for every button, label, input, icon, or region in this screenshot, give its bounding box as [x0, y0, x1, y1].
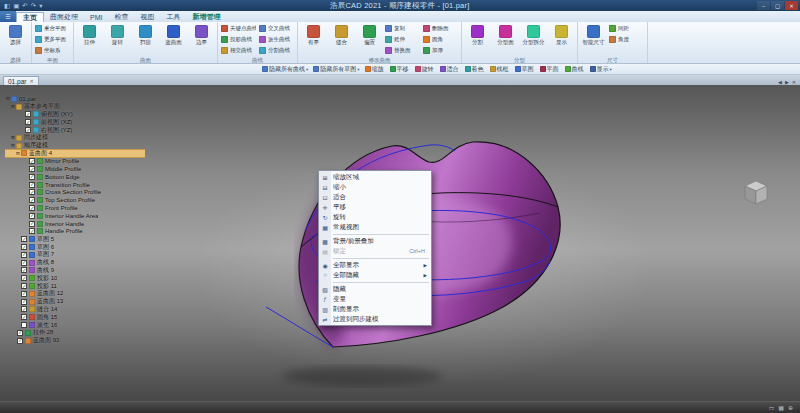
tree-item[interactable]: 曲线 9 — [5, 267, 145, 275]
overlay-toolbar-item[interactable]: 缩放 — [365, 65, 385, 74]
ribbon-button[interactable]: 旋转 — [104, 23, 131, 56]
ribbon-tab[interactable]: 新增管理 — [186, 12, 226, 22]
tree-item[interactable]: 蓝曲面 93 — [5, 337, 145, 345]
tree-item[interactable]: ⊟ 蓝曲面 4 — [5, 150, 145, 158]
tree-item[interactable]: 派生 16 — [5, 321, 145, 329]
context-menu-item[interactable]: ✛ 平移 — [319, 202, 431, 212]
overlay-toolbar-item[interactable]: 线框 — [490, 65, 510, 74]
context-menu-item[interactable]: ⊞ 缩放区域 — [319, 172, 431, 182]
tree-item[interactable]: 拉伸 28 — [5, 329, 145, 337]
overlay-toolbar-item[interactable]: 草图 — [515, 65, 535, 74]
tree-item-checkbox[interactable] — [29, 221, 35, 227]
ribbon-button[interactable]: 删除面 — [422, 23, 459, 34]
ribbon-tab[interactable]: 曲面处理 — [44, 12, 84, 22]
tree-item[interactable]: 蓝曲面 13 — [5, 298, 145, 306]
context-menu-item[interactable]: ▤ 锁定 Ctrl+H — [319, 246, 431, 256]
ribbon-button[interactable]: 边界 — [188, 23, 215, 56]
ribbon-button[interactable]: 复制 — [384, 23, 421, 34]
ribbon-button[interactable]: 圆角 — [422, 34, 459, 45]
tree-item-checkbox[interactable] — [25, 111, 31, 117]
document-tab-control-icon[interactable]: ◀ — [778, 79, 782, 85]
ribbon-button[interactable]: 分型拆分 — [520, 23, 547, 56]
overlay-toolbar-item[interactable]: 旋转 — [415, 65, 435, 74]
tree-item-checkbox[interactable] — [29, 158, 35, 164]
tree-item[interactable]: Bottom Edge — [5, 173, 145, 181]
quick-access-icon[interactable]: ◧ — [4, 0, 10, 11]
document-tab-close-icon[interactable]: ✕ — [29, 78, 33, 84]
tree-item-checkbox[interactable] — [21, 299, 27, 305]
ribbon-tab[interactable]: PMI — [84, 12, 108, 22]
overlay-toolbar-item[interactable]: 着色 — [465, 65, 485, 74]
tree-item[interactable]: Mirror Profile — [5, 157, 145, 165]
quick-access-icon[interactable]: ↷ — [31, 0, 36, 11]
quick-access-icon[interactable]: ↶ — [22, 0, 27, 11]
tree-item[interactable]: 右视图 (YZ) — [5, 126, 145, 134]
tree-item[interactable]: 蓝曲面 12 — [5, 290, 145, 298]
ribbon-button[interactable]: 更多平面 — [34, 34, 71, 45]
tree-item-checkbox[interactable] — [29, 189, 35, 195]
ribbon-button[interactable]: 替换面 — [384, 45, 421, 56]
tree-item-checkbox[interactable] — [17, 330, 23, 336]
tree-item-checkbox[interactable] — [25, 119, 31, 125]
context-menu-item[interactable]: ▦ 常规视图 — [319, 222, 431, 232]
tree-item[interactable]: 草图 5 — [5, 235, 145, 243]
ribbon-button[interactable]: 交叉曲线 — [258, 23, 295, 34]
close-button[interactable]: ✕ — [785, 1, 798, 10]
ribbon-button[interactable]: 派生曲线 — [258, 34, 295, 45]
tree-item[interactable]: 投影 11 — [5, 282, 145, 290]
ribbon-button[interactable]: 重合平面 — [34, 23, 71, 34]
tree-item-checkbox[interactable] — [29, 213, 35, 219]
context-menu-item[interactable]: ƒ 变量 — [319, 294, 431, 304]
tree-item-checkbox[interactable] — [25, 127, 31, 133]
tree-item-checkbox[interactable] — [21, 236, 27, 242]
ribbon-tab[interactable]: 工具 — [160, 12, 186, 22]
tree-item-checkbox[interactable] — [21, 322, 27, 328]
tree-item[interactable]: Front Profile — [5, 204, 145, 212]
ribbon-button[interactable]: 角度 — [608, 34, 645, 45]
maximize-button[interactable]: ▢ — [771, 1, 784, 10]
ribbon-tab[interactable]: 视图 — [134, 12, 160, 22]
context-menu-item[interactable]: ▩ 背景/前景叠加 — [319, 236, 431, 246]
ribbon-button[interactable]: 缝合 — [328, 23, 355, 56]
tree-item[interactable]: 前视图 (XZ) — [5, 118, 145, 126]
ribbon-button[interactable]: 蓝曲面 — [160, 23, 187, 56]
ribbon-button[interactable]: 分割曲线 — [258, 45, 295, 56]
status-bar-icon[interactable]: ⊕ — [788, 404, 793, 411]
context-menu-item[interactable]: ↻ 旋转 — [319, 212, 431, 222]
tree-item[interactable]: Top Section Profile — [5, 196, 145, 204]
status-bar-icon[interactable]: ▦ — [778, 404, 784, 411]
overlay-toolbar-item[interactable]: 平移 — [390, 65, 410, 74]
overlay-toolbar-item[interactable]: 显示 ▾ — [590, 65, 612, 74]
ribbon-button[interactable]: 分割 — [464, 23, 491, 56]
tree-item[interactable]: 曲线 8 — [5, 259, 145, 267]
context-menu-item[interactable]: ▧ 隐藏 — [319, 284, 431, 294]
tree-item-checkbox[interactable] — [21, 283, 27, 289]
tree-item-checkbox[interactable] — [29, 205, 35, 211]
tree-item-checkbox[interactable] — [21, 252, 27, 258]
ribbon-button[interactable]: 加厚 — [422, 45, 459, 56]
context-menu-item[interactable]: ⊡ 适合 — [319, 192, 431, 202]
tree-item[interactable]: Cross Section Profile — [5, 189, 145, 197]
tree-item-checkbox[interactable] — [21, 291, 27, 297]
tree-item[interactable]: Interior Handle — [5, 220, 145, 228]
ribbon-button[interactable]: 智能尺寸 — [580, 23, 607, 56]
ribbon-button[interactable]: 坐标系 — [34, 45, 71, 56]
tree-item[interactable]: 缝合 14 — [5, 306, 145, 314]
ribbon-tab[interactable]: 主页 — [16, 12, 44, 22]
context-menu-item[interactable]: ⊟ 缩小 — [319, 182, 431, 192]
tree-item[interactable]: 圆角 15 — [5, 313, 145, 321]
overlay-toolbar-item[interactable]: 隐藏所有曲线 ▾ — [262, 65, 308, 74]
ribbon-button[interactable]: 关键点曲线 — [220, 23, 257, 34]
ribbon-button[interactable]: 偏置 — [356, 23, 383, 56]
tree-item-checkbox[interactable] — [21, 275, 27, 281]
ribbon-button[interactable]: 有界 — [300, 23, 327, 56]
context-menu-item[interactable]: ⇄ 过渡到同步建模 — [319, 314, 431, 324]
context-menu-item[interactable]: ○ 全部隐藏 ▶ — [319, 270, 431, 280]
tree-item[interactable]: ⊟ 顺序建模 — [5, 142, 145, 150]
ribbon-button[interactable]: 间距 — [608, 23, 645, 34]
status-bar-icon[interactable]: ▭ — [769, 404, 775, 411]
context-menu-item[interactable]: ◉ 全部显示 ▶ — [319, 260, 431, 270]
tree-item-checkbox[interactable] — [29, 228, 35, 234]
tree-item[interactable]: 投影 10 — [5, 274, 145, 282]
context-menu-item[interactable]: ▥ 剖面显示 — [319, 304, 431, 314]
